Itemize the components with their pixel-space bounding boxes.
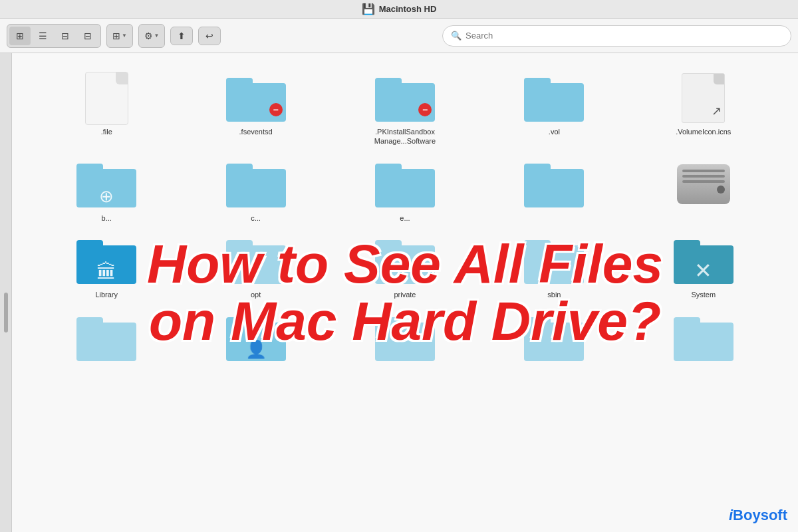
group-button-group: ⊞ ▼: [106, 24, 133, 48]
arrow-icon: ↗: [712, 104, 722, 118]
file-icon-c: [226, 160, 286, 209]
list-item[interactable]: 👤: [181, 306, 330, 373]
list-item[interactable]: ↗ .VolumeIcon.icns: [629, 66, 778, 153]
search-input[interactable]: [466, 31, 783, 41]
folder-shape: [375, 315, 435, 361]
file-icon-opt: [226, 236, 286, 286]
folder-shape: [524, 75, 584, 122]
file-label: .VolumeIcon.icns: [676, 127, 731, 136]
file-label: c...: [251, 213, 261, 223]
user-icon: 👤: [245, 339, 267, 360]
search-bar[interactable]: 🔍: [442, 25, 791, 47]
file-icon-fseventsd: −: [226, 73, 286, 123]
file-icon-volumeicon: ↗: [674, 73, 733, 123]
file-icon-e: [375, 160, 435, 209]
list-item[interactable]: − .PKInstallSandboxManage...Software: [331, 66, 479, 153]
file-label: .fseventsd: [239, 127, 273, 136]
list-item[interactable]: ⊕ b...: [32, 153, 181, 229]
folder-shape: [524, 237, 584, 284]
group-button[interactable]: ⊞ ▼: [109, 27, 130, 45]
hd-stripe: [682, 180, 725, 183]
list-item[interactable]: [479, 306, 628, 373]
scroll-thumb[interactable]: [4, 293, 8, 332]
hd-circle: [717, 186, 725, 194]
list-item[interactable]: [479, 153, 628, 229]
list-item[interactable]: e...: [331, 153, 479, 229]
hd-stripe: [682, 170, 725, 172]
file-icon-row4-5: [674, 313, 733, 362]
file-icon-row4-2: 👤: [226, 313, 286, 362]
sidebar-scroll[interactable]: [0, 53, 12, 532]
main-content: .file − .fseventsd − .PKInstallSandboxMa…: [0, 53, 798, 532]
file-icon-vol: [524, 73, 584, 123]
folder-shape: [76, 315, 136, 361]
list-item[interactable]: ✕ System: [629, 229, 778, 306]
list-item[interactable]: opt: [181, 229, 330, 306]
hd-stripe: [682, 175, 725, 178]
file-label: .PKInstallSandboxManage...Software: [374, 127, 436, 146]
list-view-button[interactable]: ☰: [32, 27, 53, 45]
folder-shape: [375, 161, 435, 207]
folder-restricted-badge: −: [418, 103, 432, 116]
hd-title-icon: 💾: [362, 3, 375, 15]
file-icon-sbin: [524, 236, 584, 286]
file-icon-harddrive: [674, 160, 733, 209]
list-item[interactable]: c...: [181, 153, 330, 229]
list-item[interactable]: [629, 153, 778, 229]
folder-shape: [674, 315, 733, 361]
file-icon-library: 🏛: [76, 236, 136, 286]
gear-button[interactable]: ⚙ ▼: [141, 27, 162, 45]
column-view-button[interactable]: ⊟: [55, 27, 76, 45]
window-title-text: Macintosh HD: [379, 4, 437, 14]
cover-view-button[interactable]: ⊟: [77, 27, 98, 45]
library-icon: 🏛: [96, 261, 116, 283]
document-shape: [85, 72, 128, 125]
share-button[interactable]: ⬆: [170, 27, 193, 45]
folder-shape: [226, 237, 286, 284]
file-label: Library: [95, 290, 118, 299]
file-label: private: [394, 290, 416, 299]
folder-restricted-badge: −: [269, 103, 283, 116]
list-item[interactable]: sbin: [479, 229, 628, 306]
list-item[interactable]: [32, 306, 181, 373]
list-item[interactable]: private: [331, 229, 479, 306]
volume-icon-doc: ↗: [682, 73, 725, 123]
folder-shape: [524, 161, 584, 207]
window-title: 💾 Macintosh HD: [362, 3, 437, 15]
file-label: opt: [251, 290, 261, 299]
icon-view-button[interactable]: ⊞: [9, 27, 31, 45]
file-label: .vol: [549, 127, 560, 136]
watermark-suffix: Boysoft: [733, 507, 787, 523]
folder-shape: [375, 237, 435, 284]
file-label: e...: [400, 213, 410, 223]
file-icon-system: ✕: [674, 236, 733, 286]
action-button-group: ⚙ ▼: [138, 24, 165, 48]
file-label: sbin: [547, 290, 561, 299]
folder-shape: [524, 315, 584, 361]
hard-drive-shape: [677, 164, 730, 204]
list-item[interactable]: [331, 306, 479, 373]
folder-shape: [226, 161, 286, 207]
toolbar: ⊞ ☰ ⊟ ⊟ ⊞ ▼ ⚙ ▼ ⬆ ↩ 🔍: [0, 19, 798, 53]
list-item[interactable]: [629, 306, 778, 373]
file-label: .file: [101, 127, 112, 136]
system-icon: ✕: [694, 258, 712, 283]
file-icon-pkinstall: −: [375, 73, 435, 123]
file-icon-appstore: ⊕: [76, 160, 136, 209]
file-label: System: [691, 290, 716, 299]
appstore-icon: ⊕: [99, 186, 114, 207]
file-icon-row4-4: [524, 313, 584, 362]
file-icon-row4-1: [76, 313, 136, 362]
search-icon: 🔍: [451, 31, 462, 41]
file-grid: .file − .fseventsd − .PKInstallSandboxMa…: [12, 53, 798, 386]
file-icon-private: [375, 236, 435, 286]
list-item[interactable]: − .fseventsd: [181, 66, 330, 153]
list-item[interactable]: 🏛 Library: [32, 229, 181, 306]
watermark: iBoysoft: [729, 507, 787, 524]
back-button[interactable]: ↩: [198, 27, 221, 45]
file-icon-plain: [524, 160, 584, 209]
list-item[interactable]: .file: [32, 66, 181, 153]
file-icon-file: [76, 73, 136, 123]
list-item[interactable]: .vol: [479, 66, 628, 153]
title-bar: 💾 Macintosh HD: [0, 0, 798, 19]
